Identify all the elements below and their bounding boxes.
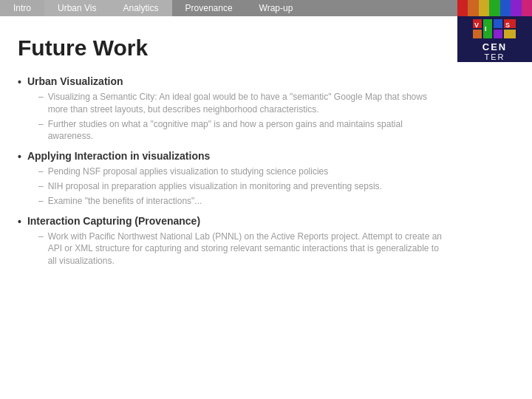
nav-item-intro[interactable]: Intro — [0, 0, 44, 16]
logo-colorbar — [457, 0, 532, 16]
sub-text-prov-1: Work with Pacific Northwest National Lab… — [48, 231, 443, 267]
page-title: Future Work — [18, 35, 443, 61]
bullet-section-applying-interaction: • Applying Interaction in visualizations… — [18, 150, 443, 207]
bullet-label-provenance: Interaction Capturing (Provenance) — [27, 215, 200, 227]
nav-item-analytics[interactable]: Analytics — [110, 0, 172, 16]
bullet-main-urban-vis: • Urban Visualization — [18, 75, 443, 88]
sub-text-ai-2: NIH proposal in preparation applies visu… — [48, 180, 382, 193]
nav-item-wrap-up[interactable]: Wrap-up — [246, 0, 307, 16]
bullet-label-applying-interaction: Applying Interaction in visualizations — [27, 150, 210, 162]
svg-text:V: V — [474, 21, 479, 29]
navigation-bar: Intro Urban Vis Analytics Provenance Wra… — [0, 0, 532, 16]
bullet-main-applying-interaction: • Applying Interaction in visualizations — [18, 150, 443, 163]
bullet-section-urban-vis: • Urban Visualization – Visualizing a Se… — [18, 75, 443, 143]
sub-dash-prov-1: – — [38, 231, 44, 243]
sub-text-ai-3: Examine "the benefits of interactions"..… — [48, 195, 202, 208]
svg-rect-3 — [494, 19, 502, 28]
nav-item-provenance[interactable]: Provenance — [172, 0, 246, 16]
sub-bullets-provenance: – Work with Pacific Northwest National L… — [38, 231, 443, 267]
sub-bullets-urban-vis: – Visualizing a Semantic City: An ideal … — [38, 91, 443, 143]
logo-text-area: V I S CEN TER — [457, 16, 532, 62]
sub-text-urban-vis-2: Further studies on what a "cognitive map… — [48, 118, 443, 143]
logo-center-text: CEN — [482, 41, 507, 52]
svg-rect-4 — [494, 30, 502, 38]
sub-bullet-ai-3: – Examine "the benefits of interactions"… — [38, 195, 443, 208]
logo-ter-text: TER — [485, 52, 505, 61]
sub-bullet-urban-vis-1: – Visualizing a Semantic City: An ideal … — [38, 91, 443, 116]
sub-bullet-ai-2: – NIH proposal in preparation applies vi… — [38, 180, 443, 193]
svg-text:S: S — [505, 21, 510, 29]
vis-logo-svg: V I S — [473, 18, 517, 40]
nav-item-urban-vis[interactable]: Urban Vis — [44, 0, 109, 16]
sub-bullets-applying-interaction: – Pending NSF proposal applies visualiza… — [38, 166, 443, 207]
logo-area: V I S CEN TER — [457, 0, 532, 62]
sub-text-ai-1: Pending NSF proposal applies visualizati… — [48, 166, 329, 178]
main-content: Future Work • Urban Visualization – Visu… — [0, 16, 532, 288]
bullet-dot-2: • — [18, 151, 21, 163]
sub-bullet-prov-1: – Work with Pacific Northwest National L… — [38, 231, 443, 267]
sub-dash-ai-1: – — [38, 166, 44, 178]
bullet-label-urban-vis: Urban Visualization — [27, 75, 123, 87]
svg-rect-6 — [504, 30, 516, 38]
svg-text:I: I — [485, 25, 487, 33]
svg-rect-1 — [473, 30, 482, 38]
sub-dash-ai-3: – — [38, 195, 44, 208]
bullet-dot-3: • — [18, 216, 21, 228]
bullet-main-provenance: • Interaction Capturing (Provenance) — [18, 215, 443, 228]
sub-dash-ai-2: – — [38, 180, 44, 193]
sub-dash-2: – — [38, 118, 44, 131]
bullet-section-provenance: • Interaction Capturing (Provenance) – W… — [18, 215, 443, 267]
sub-text-urban-vis-1: Visualizing a Semantic City: An ideal go… — [48, 91, 443, 116]
bullet-dot-1: • — [18, 76, 21, 88]
sub-bullet-urban-vis-2: – Further studies on what a "cognitive m… — [38, 118, 443, 143]
sub-bullet-ai-1: – Pending NSF proposal applies visualiza… — [38, 166, 443, 178]
sub-dash-1: – — [38, 91, 44, 103]
